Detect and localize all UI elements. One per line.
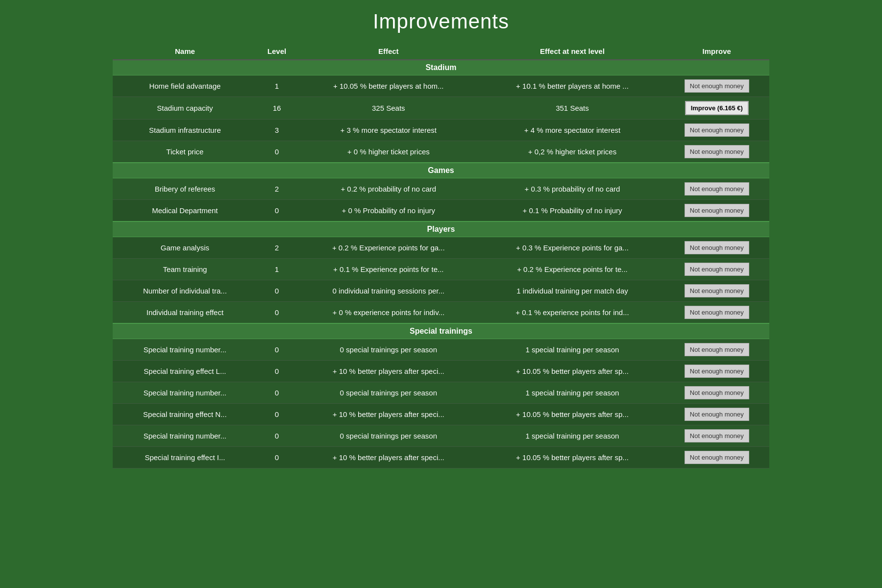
row-level: 0: [257, 447, 296, 468]
row-level: 16: [257, 97, 296, 120]
row-effect: 0 individual training sessions per...: [296, 280, 480, 302]
not-enough-money-button: Not enough money: [685, 284, 749, 297]
row-next-effect: 1 special training per season: [480, 382, 664, 404]
row-effect: + 0 % experience points for indiv...: [296, 302, 480, 324]
row-name: Game analysis: [113, 237, 257, 259]
row-improve-cell: Not enough money: [664, 200, 769, 222]
section-label-special_trainings: Special trainings: [113, 323, 769, 339]
row-next-effect: 1 individual training per match day: [480, 280, 664, 302]
row-improve-cell: Not enough money: [664, 120, 769, 141]
row-improve-cell: Not enough money: [664, 339, 769, 361]
row-next-effect: + 0,2 % higher ticket prices: [480, 141, 664, 163]
row-name: Stadium infrastructure: [113, 120, 257, 141]
table-row: Special training effect L...0+ 10 % bett…: [113, 361, 769, 382]
table-row: Special training effect N...0+ 10 % bett…: [113, 404, 769, 425]
table-row: Game analysis2+ 0.2 % Experience points …: [113, 237, 769, 259]
row-effect: 0 special trainings per season: [296, 382, 480, 404]
table-row: Bribery of referees2+ 0.2 % probability …: [113, 178, 769, 200]
not-enough-money-button: Not enough money: [685, 241, 749, 254]
not-enough-money-button: Not enough money: [685, 408, 749, 421]
row-effect: + 10 % better players after speci...: [296, 404, 480, 425]
row-next-effect: + 10.05 % better players after sp...: [480, 361, 664, 382]
row-effect: 0 special trainings per season: [296, 425, 480, 447]
row-name: Special training number...: [113, 339, 257, 361]
table-row: Special training number...00 special tra…: [113, 425, 769, 447]
col-header-level: Level: [257, 43, 296, 60]
row-next-effect: + 0.1 % experience points for ind...: [480, 302, 664, 324]
improve-button[interactable]: Improve (6.165 €): [685, 101, 749, 115]
table-row: Number of individual tra...00 individual…: [113, 280, 769, 302]
row-name: Special training effect N...: [113, 404, 257, 425]
table-row: Home field advantage1+ 10.05 % better pl…: [113, 75, 769, 97]
section-label-stadium: Stadium: [113, 60, 769, 75]
not-enough-money-button: Not enough money: [685, 182, 749, 196]
section-header-stadium: Stadium: [113, 60, 769, 75]
table-header-row: Name Level Effect Effect at next level I…: [113, 43, 769, 60]
row-name: Special training number...: [113, 425, 257, 447]
row-improve-cell: Not enough money: [664, 280, 769, 302]
not-enough-money-button: Not enough money: [685, 79, 749, 93]
row-effect: + 0.1 % Experience points for te...: [296, 259, 480, 280]
row-name: Team training: [113, 259, 257, 280]
row-next-effect: + 0.3 % probability of no card: [480, 178, 664, 200]
row-next-effect: + 0.1 % Probability of no injury: [480, 200, 664, 222]
not-enough-money-button: Not enough money: [685, 451, 749, 464]
row-improve-cell: Not enough money: [664, 361, 769, 382]
col-header-improve: Improve: [664, 43, 769, 60]
row-effect: + 0.2 % Experience points for ga...: [296, 237, 480, 259]
row-name: Special training effect L...: [113, 361, 257, 382]
table-row: Special training number...00 special tra…: [113, 339, 769, 361]
row-improve-cell: Not enough money: [664, 178, 769, 200]
row-effect: + 0 % higher ticket prices: [296, 141, 480, 163]
row-next-effect: + 0.3 % Experience points for ga...: [480, 237, 664, 259]
row-effect: 325 Seats: [296, 97, 480, 120]
row-effect: + 10.05 % better players at hom...: [296, 75, 480, 97]
not-enough-money-button: Not enough money: [685, 306, 749, 319]
improvements-table: Name Level Effect Effect at next level I…: [113, 43, 769, 468]
row-level: 0: [257, 382, 296, 404]
row-next-effect: 1 special training per season: [480, 339, 664, 361]
table-row: Ticket price0+ 0 % higher ticket prices+…: [113, 141, 769, 163]
row-name: Special training effect I...: [113, 447, 257, 468]
row-improve-cell: Not enough money: [664, 259, 769, 280]
section-header-special_trainings: Special trainings: [113, 323, 769, 339]
row-improve-cell: Not enough money: [664, 404, 769, 425]
row-next-effect: + 10.05 % better players after sp...: [480, 404, 664, 425]
col-header-next-effect: Effect at next level: [480, 43, 664, 60]
row-name: Special training number...: [113, 382, 257, 404]
not-enough-money-button: Not enough money: [685, 145, 749, 158]
section-header-players: Players: [113, 221, 769, 237]
col-header-effect: Effect: [296, 43, 480, 60]
table-row: Team training1+ 0.1 % Experience points …: [113, 259, 769, 280]
row-name: Stadium capacity: [113, 97, 257, 120]
row-level: 1: [257, 75, 296, 97]
row-improve-cell: Not enough money: [664, 75, 769, 97]
row-level: 2: [257, 178, 296, 200]
col-header-name: Name: [113, 43, 257, 60]
table-row: Stadium capacity16325 Seats351 SeatsImpr…: [113, 97, 769, 120]
row-level: 0: [257, 425, 296, 447]
row-level: 0: [257, 404, 296, 425]
section-label-games: Games: [113, 163, 769, 178]
row-next-effect: 1 special training per season: [480, 425, 664, 447]
row-level: 1: [257, 259, 296, 280]
row-improve-cell: Not enough money: [664, 382, 769, 404]
section-label-players: Players: [113, 221, 769, 237]
table-row: Special training number...00 special tra…: [113, 382, 769, 404]
row-effect: + 0 % Probability of no injury: [296, 200, 480, 222]
table-row: Medical Department0+ 0 % Probability of …: [113, 200, 769, 222]
table-row: Individual training effect0+ 0 % experie…: [113, 302, 769, 324]
row-level: 3: [257, 120, 296, 141]
row-next-effect: + 10.1 % better players at home ...: [480, 75, 664, 97]
row-effect: + 0.2 % probability of no card: [296, 178, 480, 200]
table-row: Special training effect I...0+ 10 % bett…: [113, 447, 769, 468]
row-level: 2: [257, 237, 296, 259]
not-enough-money-button: Not enough money: [685, 123, 749, 137]
row-name: Medical Department: [113, 200, 257, 222]
not-enough-money-button: Not enough money: [685, 429, 749, 442]
row-effect: 0 special trainings per season: [296, 339, 480, 361]
not-enough-money-button: Not enough money: [685, 263, 749, 276]
not-enough-money-button: Not enough money: [685, 204, 749, 217]
row-improve-cell: Not enough money: [664, 425, 769, 447]
row-name: Ticket price: [113, 141, 257, 163]
